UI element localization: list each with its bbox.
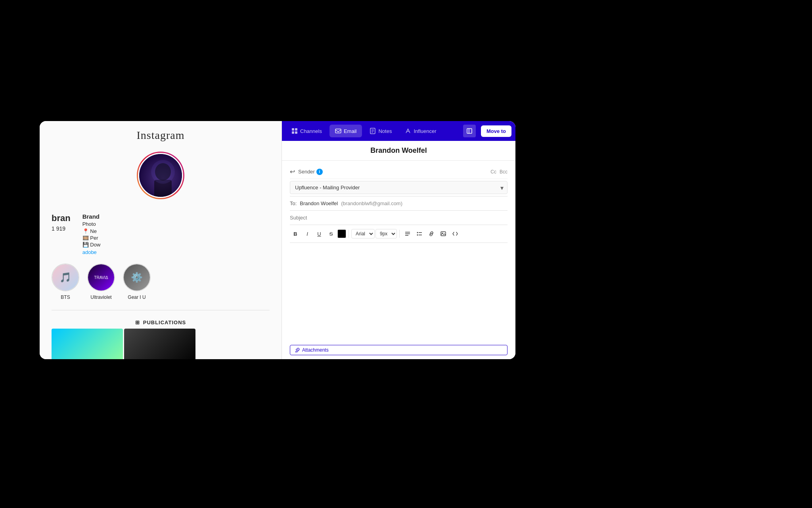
sender-label: Sender i	[298, 169, 323, 175]
highlight-label-gear: Gear I U	[128, 294, 146, 300]
divider	[52, 310, 270, 310]
toolbar-separator-2	[399, 230, 400, 238]
story-highlights: 🎵 BTS TRAVIΔ Ultraviolet ⚙️ Gear I U	[40, 256, 282, 304]
profile-bio-per: 🎞️ Per	[82, 235, 270, 241]
profile-bio-photo: Photo	[82, 221, 270, 227]
email-toolbar: B I U S Arial 9px	[290, 225, 508, 243]
attachments-button[interactable]: Attachments	[290, 345, 508, 355]
image-icon	[440, 231, 446, 237]
font-size-select[interactable]: 9px	[375, 229, 397, 239]
email-compose-form: ↩ Sender i Cc Bcc Upfluence - Mailing Pr…	[282, 161, 515, 359]
profile-bio-location: 📍 Ne	[82, 228, 270, 234]
avatar	[138, 153, 183, 198]
influencer-icon	[405, 128, 411, 134]
align-icon	[405, 231, 410, 237]
profile-bio-dow: 💾 Dow	[82, 242, 270, 248]
bcc-label[interactable]: Bcc	[500, 169, 508, 175]
image-button[interactable]	[438, 228, 449, 239]
sender-row: ↩ Sender i Cc Bcc	[290, 165, 508, 179]
publications-label: PUBLICATIONS	[143, 319, 186, 325]
email-contact-title: Brandon Woelfel	[282, 141, 515, 161]
bold-button[interactable]: B	[290, 228, 301, 239]
username: bran	[52, 213, 71, 223]
highlight-ultraviolet[interactable]: TRAVIΔ Ultraviolet	[87, 264, 115, 300]
cc-bcc: Cc Bcc	[490, 169, 508, 175]
strikethrough-button[interactable]: S	[326, 228, 337, 239]
svg-rect-4	[292, 128, 294, 131]
tab-notes[interactable]: Notes	[364, 125, 397, 137]
italic-button[interactable]: I	[302, 228, 313, 239]
highlight-circle-bts: 🎵	[52, 264, 79, 291]
publications-grid	[40, 329, 282, 359]
highlight-label-bts: BTS	[61, 294, 70, 300]
toolbar-separator-1	[349, 230, 349, 238]
grid-icon: ⊞	[135, 319, 140, 325]
highlight-label-ultraviolet: Ultraviolet	[90, 294, 111, 300]
align-button[interactable]	[402, 228, 413, 239]
link-icon	[429, 231, 434, 237]
text-color-swatch[interactable]	[337, 229, 346, 238]
pub-thumb-1[interactable]	[52, 329, 123, 359]
tab-email-label: Email	[344, 128, 357, 134]
to-label: To:	[290, 200, 297, 206]
tab-channels[interactable]: Channels	[286, 125, 327, 137]
attachments-label: Attachments	[302, 347, 329, 353]
toggle-icon	[467, 128, 472, 134]
highlight-circle-gear: ⚙️	[123, 264, 151, 291]
svg-rect-14	[467, 129, 472, 133]
instagram-panel: Instagram	[40, 121, 282, 359]
to-row: To: Brandon Woelfel (brandonblwfi@gmail.…	[290, 196, 508, 211]
sender-select-wrapper: Upfluence - Mailing Provider ▾	[290, 181, 508, 194]
svg-point-21	[417, 235, 418, 236]
highlight-bts[interactable]: 🎵 BTS	[52, 264, 79, 300]
code-icon	[452, 231, 458, 237]
profile-link[interactable]: adobe	[82, 249, 97, 255]
list-icon	[417, 231, 422, 237]
to-email: (brandonblwfi@gmail.com)	[341, 200, 402, 206]
pub-thumb-2[interactable]	[124, 329, 195, 359]
attachment-icon	[295, 348, 300, 352]
publications-bar: ⊞ PUBLICATIONS	[40, 316, 282, 329]
svg-point-19	[417, 232, 418, 233]
profile-name: Brand	[82, 213, 270, 220]
instagram-title: Instagram	[40, 121, 282, 148]
notes-icon	[370, 128, 376, 134]
tab-influencer-label: Influencer	[414, 128, 436, 134]
email-tabs: Channels Email Notes	[282, 121, 515, 141]
link-button[interactable]	[426, 228, 437, 239]
sender-select[interactable]: Upfluence - Mailing Provider	[290, 181, 508, 194]
email-icon	[335, 128, 341, 134]
email-body[interactable]	[290, 243, 508, 342]
reply-icon: ↩	[290, 168, 295, 175]
subject-input[interactable]	[290, 211, 508, 225]
info-badge: i	[316, 169, 323, 175]
highlight-circle-ultraviolet: TRAVIΔ	[87, 264, 115, 291]
highlight-gear[interactable]: ⚙️ Gear I U	[123, 264, 151, 300]
code-button[interactable]	[450, 228, 461, 239]
profile-info: bran 1 919 Brand Photo 📍 Ne 🎞️ Per 💾 Dow…	[40, 213, 282, 256]
tab-influencer[interactable]: Influencer	[399, 125, 442, 137]
svg-rect-7	[295, 131, 297, 134]
tab-notes-label: Notes	[378, 128, 392, 134]
svg-point-3	[151, 160, 175, 184]
avatar-wrapper	[137, 152, 184, 199]
profile-section	[40, 148, 282, 209]
svg-rect-8	[335, 129, 341, 133]
tab-channels-label: Channels	[300, 128, 322, 134]
svg-rect-15	[469, 129, 469, 133]
underline-button[interactable]: U	[314, 228, 325, 239]
move-to-button[interactable]: Move to	[481, 125, 511, 137]
tab-email[interactable]: Email	[329, 125, 362, 137]
list-button[interactable]	[414, 228, 425, 239]
cc-label[interactable]: Cc	[490, 169, 496, 175]
followers: 1 919	[52, 225, 71, 232]
channels-icon	[291, 128, 298, 134]
svg-rect-23	[441, 232, 446, 236]
font-family-select[interactable]: Arial	[351, 229, 375, 239]
sender-dropdown-row: Upfluence - Mailing Provider ▾	[290, 179, 508, 196]
svg-rect-5	[295, 128, 297, 131]
svg-rect-6	[292, 131, 294, 134]
email-panel: Channels Email Notes	[282, 121, 515, 359]
to-name: Brandon Woelfel	[300, 200, 338, 206]
icon-toggle-button[interactable]	[463, 125, 476, 137]
